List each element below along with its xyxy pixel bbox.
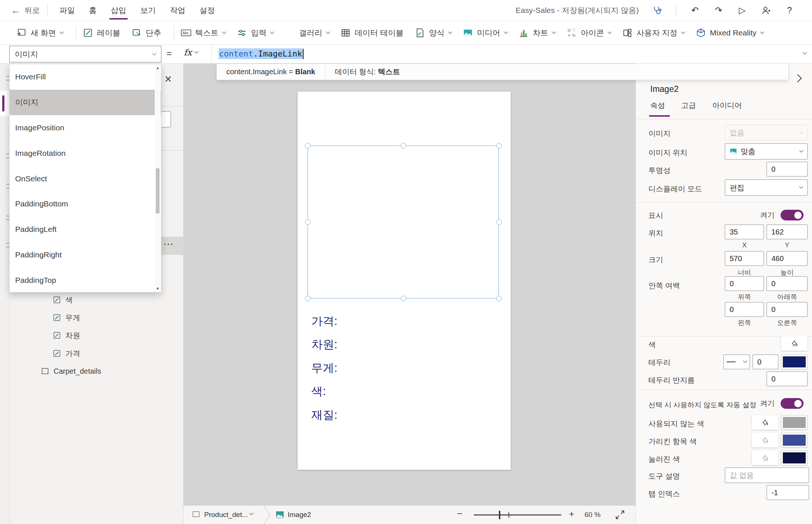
disabled-color-picker-button[interactable] <box>752 415 778 430</box>
size-width-input[interactable]: 570 <box>725 251 764 266</box>
canvas-label-price[interactable]: 가격: <box>311 309 338 333</box>
tree-item-price[interactable]: 가격 <box>10 345 184 362</box>
display-mode-dropdown[interactable]: 편집 <box>725 179 808 196</box>
new-screen-button[interactable]: 새 화면 <box>16 28 63 38</box>
image-position-dropdown[interactable]: 맞춤 <box>725 143 808 160</box>
mixed-reality-menu[interactable]: Mixed Reality <box>696 28 764 38</box>
tooltip-input[interactable] <box>725 468 809 483</box>
tab-index-input[interactable]: -1 <box>767 485 809 500</box>
rail-selected-item[interactable] <box>0 91 10 116</box>
chart-menu[interactable]: 차트 <box>518 28 555 38</box>
disabled-color-swatch[interactable] <box>781 415 808 430</box>
canvas-label-color[interactable]: 색: <box>311 380 338 404</box>
dropdown-item-image[interactable]: 이미지 <box>10 90 161 115</box>
image-control-selection[interactable] <box>308 145 499 298</box>
zoom-in-button[interactable]: + <box>569 509 574 519</box>
border-radius-input[interactable]: 0 <box>767 371 808 386</box>
chevron-down-icon[interactable] <box>249 511 253 515</box>
formula-input[interactable]: content.ImageLink <box>219 48 304 59</box>
zoom-slider[interactable] <box>474 514 561 516</box>
rail-icon-fragment[interactable] <box>6 216 9 220</box>
dropdown-item-paddingtop[interactable]: PaddingTop <box>10 267 161 292</box>
resize-handle-sw[interactable] <box>305 296 311 301</box>
gallery-menu[interactable]: 갤러리 <box>285 28 329 38</box>
play-preview-icon[interactable]: ▷ <box>737 5 748 16</box>
resize-handle-s[interactable] <box>401 296 406 301</box>
custom-menu[interactable]: 사용자 지정 <box>622 28 685 38</box>
label-button[interactable]: 레이블 <box>83 28 120 38</box>
property-selector[interactable]: 이미지 <box>9 46 161 62</box>
redo-icon[interactable]: ↷ <box>713 5 724 16</box>
back-button[interactable]: ← 뒤로 <box>11 5 40 16</box>
help-icon[interactable]: ? <box>784 5 795 16</box>
border-thickness-input[interactable]: 0 <box>753 355 778 369</box>
tree-item-color[interactable]: 색 <box>10 291 184 309</box>
fit-to-window-icon[interactable] <box>615 510 625 520</box>
formula-bar-expand-icon[interactable] <box>802 51 806 55</box>
visible-toggle[interactable] <box>781 210 804 220</box>
transparency-input[interactable]: 0 <box>767 162 808 177</box>
resize-handle-e[interactable] <box>496 219 502 225</box>
padding-left-input[interactable]: 0 <box>725 302 764 317</box>
resize-handle-n[interactable] <box>401 143 406 148</box>
form-menu[interactable]: 양식 <box>415 28 452 38</box>
size-height-input[interactable]: 460 <box>767 251 808 266</box>
input-menu[interactable]: 입력 <box>237 28 274 38</box>
breadcrumb-screen[interactable]: Product_det... <box>204 511 248 519</box>
position-y-input[interactable]: 162 <box>767 225 808 239</box>
tree-item-dimension[interactable]: 차원 <box>10 326 184 344</box>
color-picker-button[interactable] <box>781 336 808 351</box>
rail-icon-fragment[interactable] <box>6 184 9 188</box>
hover-color-swatch[interactable] <box>781 433 808 448</box>
tab-advanced[interactable]: 고급 <box>681 100 696 110</box>
border-style-dropdown[interactable] <box>723 355 750 369</box>
resize-handle-w[interactable] <box>305 219 311 225</box>
tab-ideas[interactable]: 아이디어 <box>712 100 742 110</box>
resize-handle-nw[interactable] <box>305 143 311 148</box>
menu-action[interactable]: 작업 <box>165 0 190 21</box>
share-user-icon[interactable] <box>760 5 771 16</box>
icons-menu[interactable]: ⊘♡ +↻ 아이콘 <box>566 28 611 38</box>
rail-icon-fragment[interactable] <box>6 154 9 158</box>
padding-bottom-input[interactable]: 0 <box>767 276 808 291</box>
tab-properties[interactable]: 속성 <box>650 100 665 110</box>
padding-top-input[interactable]: 0 <box>725 276 764 291</box>
button-button[interactable]: 단추 <box>131 28 161 38</box>
collapse-panel-icon[interactable] <box>794 74 802 83</box>
menu-insert[interactable]: 삽입 <box>106 0 131 21</box>
menu-view[interactable]: 보기 <box>136 0 160 21</box>
canvas-label-material[interactable]: 재질: <box>311 403 338 427</box>
breadcrumb-control[interactable]: Image2 <box>288 511 311 519</box>
menu-home[interactable]: 홈 <box>85 0 101 21</box>
position-x-input[interactable]: 35 <box>725 225 764 239</box>
menu-file[interactable]: 파일 <box>55 0 79 21</box>
padding-right-input[interactable]: 0 <box>767 302 808 317</box>
canvas-label-weight[interactable]: 무게: <box>311 356 338 380</box>
scroll-down-icon[interactable]: ▼ <box>156 287 160 291</box>
image-value-dropdown[interactable]: 없음 <box>725 125 808 140</box>
text-menu[interactable]: Abc 텍스트 <box>181 28 226 38</box>
media-menu[interactable]: 미디어 <box>463 28 507 38</box>
hover-color-picker-button[interactable] <box>752 433 778 448</box>
fx-dropdown[interactable]: fx <box>184 48 198 57</box>
dropdown-item-paddingbottom[interactable]: PaddingBottom <box>10 191 161 217</box>
menu-settings[interactable]: 설정 <box>195 0 219 21</box>
zoom-out-button[interactable]: − <box>457 508 462 520</box>
border-color-swatch[interactable] <box>781 355 808 369</box>
dropdown-item-imagerotation[interactable]: ImageRotation <box>10 140 161 166</box>
dropdown-item-imageposition[interactable]: ImagePosition <box>10 115 161 141</box>
pressed-color-swatch[interactable] <box>781 451 808 465</box>
rail-icon-fragment[interactable] <box>6 76 9 81</box>
tree-item-weight[interactable]: 무게 <box>10 309 184 326</box>
dropdown-item-onselect[interactable]: OnSelect <box>10 166 161 191</box>
canvas-label-dimension[interactable]: 차원: <box>311 333 338 357</box>
dropdown-item-paddingright[interactable]: PaddingRight <box>10 242 161 268</box>
close-icon[interactable]: ✕ <box>164 74 172 85</box>
zoom-slider-thumb[interactable] <box>499 511 500 519</box>
dropdown-item-paddingleft[interactable]: PaddingLeft <box>10 217 161 242</box>
pressed-color-picker-button[interactable] <box>752 451 778 465</box>
resize-handle-se[interactable] <box>496 296 502 301</box>
auto-disable-toggle[interactable] <box>781 398 804 409</box>
scroll-up-icon[interactable]: ▲ <box>156 66 160 70</box>
undo-icon[interactable]: ↶ <box>689 5 700 16</box>
